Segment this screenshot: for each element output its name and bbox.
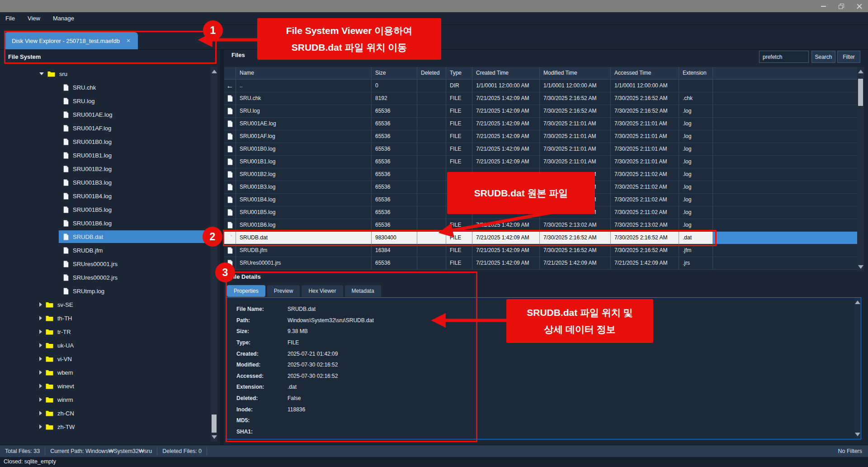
restore-button[interactable] [836,2,846,11]
table-row-SRU001AElog[interactable]: SRU001AE.log65536FILE7/21/2025 1:42:09 A… [224,118,857,130]
tree-file-SRU001B2.log[interactable]: SRU001B2.log [2,162,209,176]
scroll-down-icon[interactable] [855,433,860,436]
tree-file-SRUDB.dat[interactable]: SRUDB.dat [2,230,209,243]
table-row-SRU001B0log[interactable]: SRU001B0.log65536FILE7/21/2025 1:42:09 A… [224,143,857,156]
tree-file-SRU001B0.log[interactable]: SRU001B0.log [2,135,209,148]
tree-file-SRUtmp.log[interactable]: SRUtmp.log [2,284,209,298]
column-header-size[interactable]: Size [372,67,417,80]
table-row-SRUres00001jrs[interactable]: SRUres00001.jrs65536FILE7/21/2025 1:42:0… [224,257,857,270]
table-row-SRUlog[interactable]: SRU.log65536FILE7/21/2025 1:42:09 AM7/30… [224,105,857,118]
file-tree: sruSRU.chkSRU.logSRU001AE.logSRU001AF.lo… [2,67,209,442]
tree-folder-vi-VN[interactable]: vi-VN [2,352,209,366]
column-header-accessed-time[interactable]: Accessed Time [611,67,679,80]
table-row-SRUchk[interactable]: SRU.chk8192FILE7/21/2025 1:42:09 AM7/30/… [224,92,857,105]
tree-item-label: SRU001B5.log [73,206,112,213]
menu-item-manage[interactable]: Manage [47,12,80,25]
close-button[interactable] [854,2,864,11]
cell-created: 7/21/2025 1:42:09 AM [472,92,540,105]
search-input[interactable] [759,51,809,63]
table-row-SRU001B1log[interactable]: SRU001B1.log65536FILE7/21/2025 1:42:09 A… [224,156,857,168]
chevron-right-icon[interactable] [39,370,42,375]
tree-folder-winevt[interactable]: winevt [2,379,209,393]
chevron-right-icon[interactable] [39,343,42,348]
column-header-extension[interactable]: Extension [679,67,713,80]
tree-folder-winrm[interactable]: winrm [2,393,209,406]
chevron-right-icon[interactable] [39,302,42,307]
chevron-right-icon[interactable] [39,397,42,402]
minimize-button[interactable] [818,2,828,11]
folder-icon [46,315,53,321]
table-scrollbar[interactable] [857,67,864,272]
table-row-SRUDBjfm[interactable]: SRUDB.jfm16384FILE7/21/2025 1:42:09 AM7/… [224,244,857,257]
cell-modified: 7/21/2025 1:42:09 AM [540,257,611,270]
chevron-right-icon[interactable] [39,316,42,320]
scroll-up-icon[interactable] [855,300,860,304]
tree-file-SRU001B5.log[interactable]: SRU001B5.log [2,203,209,216]
tree-file-SRUDB.jfm[interactable]: SRUDB.jfm [2,243,209,257]
cell-extension: .log [679,194,713,206]
chevron-down-icon[interactable] [39,72,44,75]
cell-size: 65536 [372,206,417,219]
column-header-deleted[interactable]: Deleted [417,67,446,80]
details-scrollbar[interactable] [854,298,861,438]
tree-folder-zh-TW[interactable]: zh-TW [2,420,209,434]
filter-button[interactable]: Filter [837,51,860,63]
tree-file-SRU001B1.log[interactable]: SRU001B1.log [2,148,209,162]
cell-created: 7/21/2025 1:42:09 AM [472,257,540,270]
cell-created: 1/1/0001 12:00:00 AM [472,80,540,92]
cell-extension: .jrs [679,257,713,270]
cell-deleted [417,156,446,168]
column-header-created-time[interactable]: Created Time [472,67,540,80]
table-row-[interactable]: ←..0DIR1/1/0001 12:00:00 AM1/1/0001 12:0… [224,80,857,92]
tree-folder-tr-TR[interactable]: tr-TR [2,325,209,338]
tree-item-label: SRU001B6.log [73,220,112,227]
chevron-right-icon[interactable] [39,424,42,429]
table-scrollbar-thumb[interactable] [858,79,863,106]
cell-deleted [417,92,446,105]
tree-file-SRUres00002.jrs[interactable]: SRUres00002.jrs [2,271,209,284]
status-segment-1: Current Path: Windows₩System32₩sru [45,447,157,455]
file-icon [63,179,69,186]
cell-created: 7/21/2025 1:42:09 AM [472,244,540,257]
annotation-note-3: SRUDB.dat 파일 위치 및 상세 데이터 정보 [506,299,653,343]
menu-item-file[interactable]: File [0,12,21,25]
status-no-filters: No Filters [838,448,862,454]
cell-modified: 7/30/2025 2:16:52 AM [540,92,611,105]
menu-item-view[interactable]: View [21,12,47,25]
tree-file-SRU001B4.log[interactable]: SRU001B4.log [2,189,209,203]
column-header-name[interactable]: Name [236,67,372,80]
tree-folder-wbem[interactable]: wbem [2,366,209,379]
cell-extension: .log [679,118,713,130]
scroll-up-icon[interactable] [858,70,863,73]
tree-folder-th-TH[interactable]: th-TH [2,311,209,325]
tree-folder-zh-CN[interactable]: zh-CN [2,406,209,420]
tree-scrollbar[interactable] [211,67,217,442]
tree-file-SRU001AF.log[interactable]: SRU001AF.log [2,121,209,135]
tree-file-SRU001B6.log[interactable]: SRU001B6.log [2,216,209,230]
table-row-SRU001AFlog[interactable]: SRU001AF.log65536FILE7/21/2025 1:42:09 A… [224,130,857,143]
tree-file-SRU001AE.log[interactable]: SRU001AE.log [2,108,209,121]
column-header-modified-time[interactable]: Modified Time [540,67,611,80]
scroll-up-icon[interactable] [212,70,217,73]
tree-folder-uk-UA[interactable]: uk-UA [2,338,209,352]
file-icon [63,193,69,200]
scroll-down-icon[interactable] [212,435,217,439]
column-header-type[interactable]: Type [446,67,472,80]
chevron-right-icon[interactable] [39,384,42,388]
tree-file-SRU001B3.log[interactable]: SRU001B3.log [2,176,209,189]
scroll-down-icon[interactable] [858,265,863,269]
restore-icon [839,4,844,9]
cell-accessed: 7/30/2025 2:11:01 AM [611,118,679,130]
tree-folder-sru[interactable]: sru [2,67,209,81]
tree-file-SRU.chk[interactable]: SRU.chk [2,81,209,94]
chevron-right-icon[interactable] [39,357,42,361]
tree-folder-sv-SE[interactable]: sv-SE [2,298,209,311]
chevron-right-icon[interactable] [39,329,42,334]
tree-scrollbar-thumb[interactable] [212,415,217,433]
tree-file-SRUres00001.jrs[interactable]: SRUres00001.jrs [2,257,209,271]
cell-deleted [417,105,446,118]
cell-accessed: 7/30/2025 2:11:02 AM [611,206,679,219]
search-button[interactable]: Search [811,51,835,63]
tree-file-SRU.log[interactable]: SRU.log [2,94,209,108]
chevron-right-icon[interactable] [39,411,42,415]
